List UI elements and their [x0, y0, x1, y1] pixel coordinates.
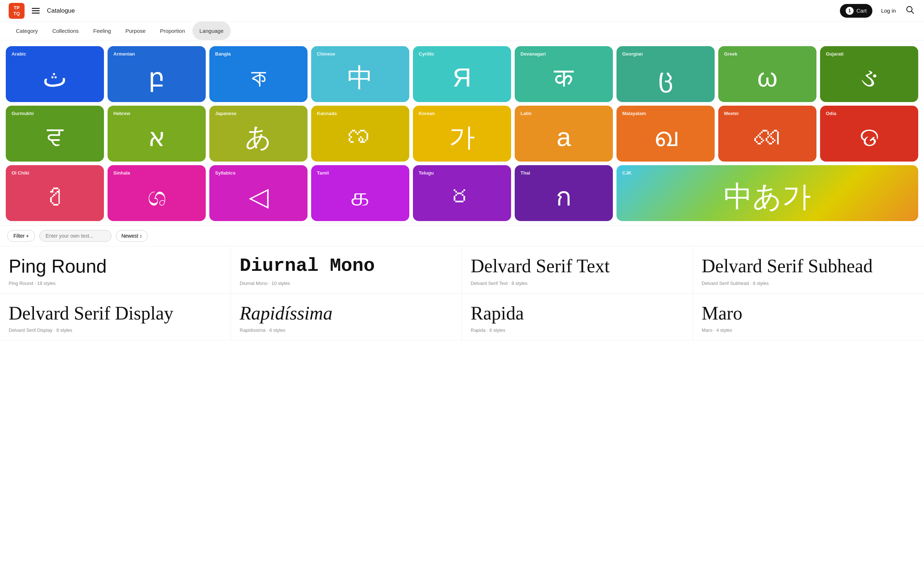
font-card-delvard-serif-display[interactable]: Delvard Serif DisplayDelvard Serif Displ…	[0, 293, 231, 341]
tab-language[interactable]: Language	[192, 22, 231, 40]
lang-card-cjk[interactable]: CJK中あ가	[617, 165, 918, 221]
search-icon	[906, 6, 914, 14]
lang-card-kannada[interactable]: Kannadaಣ	[311, 106, 409, 161]
font-display-rapidissima: Rapidíssima	[240, 304, 453, 324]
lang-card-armenian[interactable]: Armenianբ	[108, 46, 206, 102]
lang-card-tamil[interactable]: Tamilக	[311, 165, 409, 221]
lang-glyph-georgian: ც	[622, 58, 709, 97]
lang-label-odia: Odia	[826, 111, 913, 116]
lang-label-malayalam: Malayalam	[622, 111, 709, 116]
tab-collections[interactable]: Collections	[45, 22, 86, 40]
font-display-ping-round: Ping Round	[9, 256, 222, 276]
lang-card-ol-chiki[interactable]: Ol Chikiᱚ	[6, 165, 104, 221]
cart-button[interactable]: 1 Cart	[840, 4, 872, 18]
lang-card-latin[interactable]: Latina	[515, 106, 613, 161]
filter-bar: Filter + Newest ↕	[0, 226, 924, 246]
lang-glyph-meetei: ꫤ	[724, 118, 811, 156]
lang-card-syllabics[interactable]: Syllabics◁	[209, 165, 307, 221]
lang-glyph-chinese: 中	[317, 58, 404, 97]
lang-label-telugu: Telugu	[419, 170, 505, 176]
lang-glyph-greek: ω	[724, 58, 811, 97]
filter-button[interactable]: Filter +	[7, 230, 35, 242]
lang-card-gurmukhi[interactable]: Gurmukhiਵ	[6, 106, 104, 161]
sort-button[interactable]: Newest ↕	[116, 230, 148, 242]
font-display-rapida: Rapida	[471, 304, 684, 324]
font-display-delvard-serif-display: Delvard Serif Display	[9, 304, 222, 324]
lang-label-cjk: CJK	[622, 170, 913, 176]
lang-glyph-sinhala: ශ	[113, 177, 200, 216]
catalogue-title: Catalogue	[47, 7, 834, 15]
lang-card-gujarati[interactable]: Gujaratiઙ	[820, 46, 918, 102]
lang-card-thai[interactable]: Thaiก	[515, 165, 613, 221]
tab-feeling[interactable]: Feeling	[86, 22, 118, 40]
lang-label-bangla: Bangla	[215, 51, 302, 56]
font-meta-ping-round: Ping Round · 18 styles	[9, 280, 222, 286]
lang-glyph-korean: 가	[419, 118, 505, 156]
lang-card-odia[interactable]: Odiaଡ	[820, 106, 918, 161]
lang-card-korean[interactable]: Korean가	[413, 106, 511, 161]
font-meta-rapida: Rapida · 6 styles	[471, 327, 684, 333]
logo[interactable]: TP TQ	[9, 3, 24, 19]
lang-card-bangla[interactable]: Banglaক	[209, 46, 307, 102]
lang-label-latin: Latin	[520, 111, 607, 116]
nav-tabs: CategoryCollectionsFeelingPurposeProport…	[0, 22, 924, 40]
lang-card-telugu[interactable]: Teluguర	[413, 165, 511, 221]
font-card-delvard-serif-text[interactable]: Delvard Serif TextDelvard Serif Text · 8…	[462, 246, 693, 293]
lang-card-chinese[interactable]: Chinese中	[311, 46, 409, 102]
hamburger-icon	[32, 8, 40, 14]
lang-card-sinhala[interactable]: Sinhalaශ	[108, 165, 206, 221]
tab-proportion[interactable]: Proportion	[153, 22, 192, 40]
lang-label-japanese: Japanese	[215, 111, 302, 116]
lang-glyph-gujarati: ઙ	[826, 58, 913, 97]
header: TP TQ Catalogue 1 Cart Log in	[0, 0, 924, 22]
font-card-rapidissima[interactable]: RapidíssimaRapidíssima · 6 styles	[231, 293, 462, 341]
language-grid: ArabicثArmenianբBanglaকChinese中CyrillicЯ…	[0, 40, 924, 226]
lang-glyph-latin: a	[520, 118, 607, 156]
lang-glyph-ol-chiki: ᱚ	[11, 177, 98, 216]
font-card-rapida[interactable]: RapidaRapida · 6 styles	[462, 293, 693, 341]
lang-glyph-bangla: ক	[215, 58, 302, 97]
font-card-maro[interactable]: MaroMaro · 4 styles	[693, 293, 924, 341]
lang-glyph-tamil: க	[317, 177, 404, 216]
font-card-diurnal-mono[interactable]: Diurnal MonoDiurnal Mono · 10 styles	[231, 246, 462, 293]
filter-label: Filter +	[13, 233, 29, 239]
font-display-delvard-serif-subhead: Delvard Serif Subhead	[702, 256, 915, 276]
font-card-delvard-serif-subhead[interactable]: Delvard Serif SubheadDelvard Serif Subhe…	[693, 246, 924, 293]
header-right: 1 Cart Log in	[840, 4, 915, 18]
custom-text-input[interactable]	[39, 230, 111, 242]
font-meta-delvard-serif-text: Delvard Serif Text · 8 styles	[471, 280, 684, 286]
lang-card-japanese[interactable]: Japaneseあ	[209, 106, 307, 161]
lang-card-devanagari[interactable]: Devanagariक	[515, 46, 613, 102]
lang-glyph-telugu: ర	[419, 177, 505, 216]
lang-label-ol-chiki: Ol Chiki	[11, 170, 98, 176]
font-card-ping-round[interactable]: Ping RoundPing Round · 18 styles	[0, 246, 231, 293]
font-display-diurnal-mono: Diurnal Mono	[240, 256, 453, 276]
lang-label-chinese: Chinese	[317, 51, 404, 56]
font-meta-delvard-serif-subhead: Delvard Serif Subhead · 8 styles	[702, 280, 915, 286]
lang-card-arabic[interactable]: Arabicث	[6, 46, 104, 102]
lang-card-georgian[interactable]: Georgianც	[617, 46, 715, 102]
font-meta-diurnal-mono: Diurnal Mono · 10 styles	[240, 280, 453, 286]
lang-glyph-cjk: 中あ가	[622, 177, 913, 216]
hamburger-button[interactable]	[30, 6, 41, 15]
lang-card-cyrillic[interactable]: CyrillicЯ	[413, 46, 511, 102]
lang-label-kannada: Kannada	[317, 111, 404, 116]
lang-label-georgian: Georgian	[622, 51, 709, 56]
lang-card-hebrew[interactable]: Hebrewא	[108, 106, 206, 161]
lang-glyph-arabic: ث	[11, 58, 98, 97]
lang-card-malayalam[interactable]: Malayalamഖ	[617, 106, 715, 161]
lang-card-meetei[interactable]: Meeteiꫤ	[718, 106, 816, 161]
lang-glyph-japanese: あ	[215, 118, 302, 156]
lang-card-greek[interactable]: Greekω	[718, 46, 816, 102]
sort-label: Newest ↕	[121, 233, 142, 239]
tab-category[interactable]: Category	[9, 22, 45, 40]
search-button[interactable]	[905, 4, 915, 17]
lang-label-syllabics: Syllabics	[215, 170, 302, 176]
lang-glyph-syllabics: ◁	[215, 177, 302, 216]
font-display-maro: Maro	[702, 304, 915, 324]
lang-label-tamil: Tamil	[317, 170, 404, 176]
tab-purpose[interactable]: Purpose	[118, 22, 153, 40]
login-button[interactable]: Log in	[877, 5, 900, 16]
lang-glyph-odia: ଡ	[826, 118, 913, 156]
font-meta-maro: Maro · 4 styles	[702, 327, 915, 333]
